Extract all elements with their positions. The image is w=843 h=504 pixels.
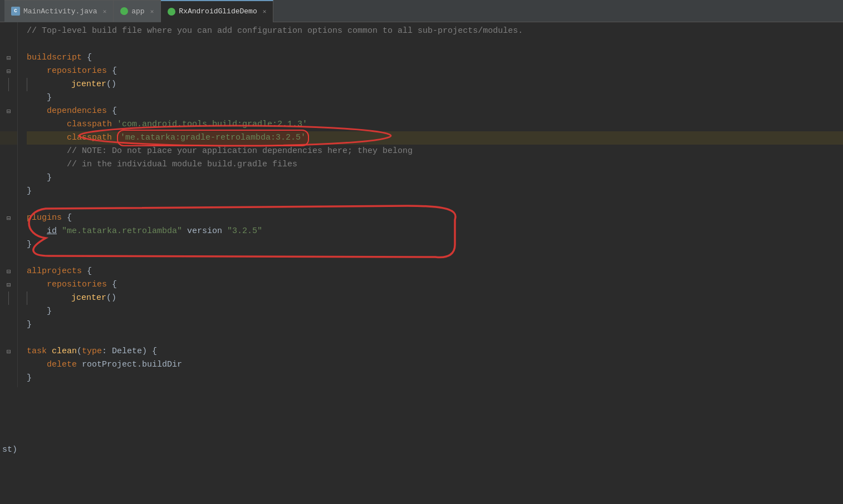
- fold-repositories-1[interactable]: ⊟: [0, 65, 17, 78]
- tab-rx-android-close[interactable]: ✕: [263, 8, 267, 15]
- code-line-16: id "me.tatarka.retrolambda" version "3.2…: [27, 225, 843, 238]
- code-line-2: [27, 38, 843, 51]
- gradle-icon: [120, 7, 128, 15]
- code-line-11: // in the individual module build.gradle…: [27, 158, 843, 171]
- tab-main-activity-label: MainActivity.java: [23, 7, 97, 16]
- code-line-7: dependencies {: [27, 105, 843, 118]
- gutter: ⊟ ⊟ ⊟ ⊟: [0, 22, 18, 387]
- fold-allprojects[interactable]: ⊟: [0, 265, 17, 278]
- tab-app[interactable]: app ✕: [114, 0, 161, 22]
- fold-dependencies[interactable]: ⊟: [0, 105, 17, 118]
- fold-repositories-2[interactable]: ⊟: [0, 278, 17, 291]
- code-line-1: // Top-level build file where you can ad…: [27, 24, 843, 38]
- code-line-22: }: [27, 305, 843, 318]
- code-line-27: }: [27, 372, 843, 385]
- tab-rx-android-label: RxAndroidGlideDemo: [179, 7, 257, 16]
- code-line-10: // NOTE: Do not place your application d…: [27, 145, 843, 158]
- tab-main-activity[interactable]: C MainActivity.java ✕: [4, 0, 114, 22]
- code-line-3: buildscript {: [27, 51, 843, 65]
- rx-icon: [168, 8, 175, 16]
- tab-app-label: app: [131, 7, 144, 16]
- fold-task-clean[interactable]: ⊟: [0, 345, 17, 358]
- fold-plugins[interactable]: ⊟: [0, 211, 17, 225]
- left-partial-text: st): [0, 445, 17, 454]
- tab-app-close[interactable]: ✕: [150, 8, 154, 15]
- code-line-19: allprojects {: [27, 265, 843, 278]
- code-line-6: }: [27, 91, 843, 105]
- code-line-15: plugins {: [27, 211, 843, 225]
- code-line-24: [27, 332, 843, 345]
- app-container: C MainActivity.java ✕ app ✕ RxAndroidGli…: [0, 0, 843, 387]
- code-line-25: task clean(type: Delete) {: [27, 345, 843, 358]
- code-line-5: jcenter(): [27, 78, 843, 91]
- code-line-9: classpath 'me.tatarka:gradle-retrolambda…: [27, 131, 843, 145]
- c-icon: C: [11, 7, 20, 16]
- code-line-18: [27, 251, 843, 265]
- fold-buildscript[interactable]: ⊟: [0, 51, 17, 65]
- tab-rx-android[interactable]: RxAndroidGlideDemo ✕: [161, 0, 273, 22]
- code-line-14: [27, 198, 843, 211]
- code-line-21: jcenter(): [27, 291, 843, 305]
- code-line-20: repositories {: [27, 278, 843, 291]
- code-line-23: }: [27, 318, 843, 332]
- tab-bar: C MainActivity.java ✕ app ✕ RxAndroidGli…: [0, 0, 843, 22]
- code-line-4: repositories {: [27, 65, 843, 78]
- code-line-26: delete rootProject.buildDir: [27, 358, 843, 372]
- editor-area: ⊟ ⊟ ⊟ ⊟: [0, 22, 843, 387]
- code-line-17: }: [27, 238, 843, 251]
- tab-main-activity-close[interactable]: ✕: [103, 8, 107, 15]
- code-line-13: }: [27, 185, 843, 198]
- code-line-12: }: [27, 171, 843, 185]
- code-editor[interactable]: // Top-level build file where you can ad…: [18, 22, 843, 387]
